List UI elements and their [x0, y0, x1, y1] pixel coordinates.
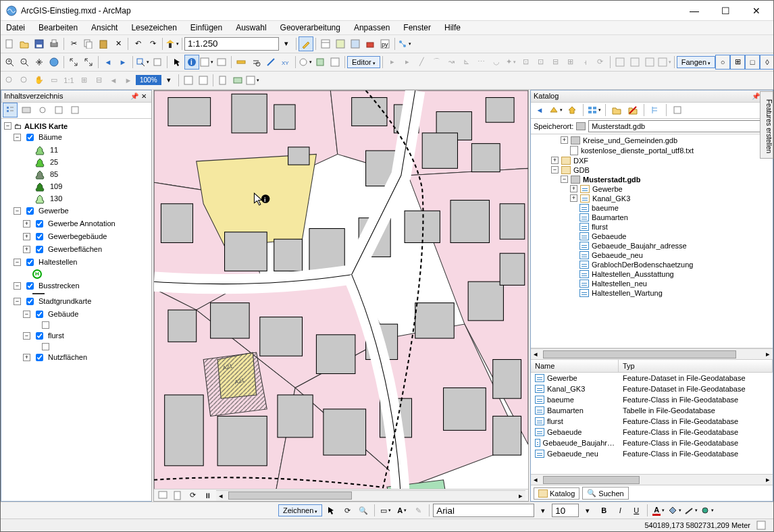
sublayer-label[interactable]: flurst: [48, 331, 64, 340]
sublayer-checkbox[interactable]: [36, 311, 43, 318]
toggle-draft-icon[interactable]: [181, 73, 196, 88]
menu-einfuegen[interactable]: Einfügen: [188, 22, 224, 34]
cut-polygons-icon[interactable]: ⊞: [563, 55, 578, 70]
layout-back-icon[interactable]: ◄: [106, 73, 121, 88]
sublayer-checkbox[interactable]: [36, 233, 43, 240]
right-angle-icon[interactable]: ⊾: [459, 55, 474, 70]
busstrecken-checkbox[interactable]: [26, 282, 34, 290]
baeume-checkbox[interactable]: [26, 134, 34, 141]
add-data-icon[interactable]: [165, 36, 180, 51]
expand-icon[interactable]: +: [570, 185, 577, 192]
list-by-selection-icon[interactable]: [51, 103, 66, 117]
tree-gdb-folder[interactable]: GDB: [573, 166, 590, 174]
snap-point-icon[interactable]: ○: [715, 55, 730, 70]
viewer-window-icon[interactable]: [328, 55, 342, 70]
cut-icon[interactable]: ✂: [66, 36, 81, 51]
expand-dxf-icon[interactable]: +: [551, 157, 559, 164]
menu-auswahl[interactable]: Auswahl: [234, 22, 268, 34]
layout-pan-icon[interactable]: ✋: [32, 73, 47, 88]
fill-color-icon[interactable]: [667, 503, 682, 518]
data-view-icon[interactable]: [157, 491, 169, 500]
font-color-icon[interactable]: A: [651, 503, 666, 518]
tree-dxf[interactable]: DXF: [573, 157, 588, 165]
collapse-baeume-icon[interactable]: −: [14, 134, 21, 141]
change-layout-icon[interactable]: [215, 73, 230, 88]
tree-item[interactable]: Haltestellen_Wartung: [592, 289, 663, 297]
distance-direction-icon[interactable]: ✦: [504, 55, 519, 70]
rotate-icon[interactable]: ⟳: [593, 55, 608, 70]
arc-segment-icon[interactable]: ⌒: [430, 55, 444, 70]
data-driven-pages-icon[interactable]: [230, 73, 245, 88]
scroll-left-icon[interactable]: ◂: [216, 491, 226, 500]
gewerbe-checkbox[interactable]: [26, 207, 34, 215]
hyperlink-icon[interactable]: [199, 55, 214, 70]
table-row[interactable]: GewerbeFeature-Dataset in File-Geodataba…: [531, 373, 773, 383]
line-color-icon[interactable]: [683, 503, 698, 518]
tree-musterstadt[interactable]: Musterstadt.gdb: [583, 176, 641, 184]
toc-tree[interactable]: −🗀ALKIS Karte −Bäume 112585109130 −Gewer…: [1, 119, 151, 501]
map-hscroll-thumb[interactable]: [228, 491, 352, 500]
toc-pin-icon[interactable]: 📌: [130, 91, 139, 101]
expand-icon[interactable]: +: [23, 233, 30, 240]
text-tool-icon[interactable]: A: [394, 503, 409, 518]
pause-drawing-icon[interactable]: ⏸: [201, 491, 213, 500]
fixed-zoom-in-icon[interactable]: [66, 55, 81, 70]
editor-toolbar-icon[interactable]: [299, 36, 313, 51]
font-combobox[interactable]: [433, 504, 534, 517]
expand-icon[interactable]: +: [23, 246, 30, 253]
table-row[interactable]: BaumartenTabelle in File-Geodatabase: [531, 405, 773, 416]
menu-fenster[interactable]: Fenster: [401, 22, 433, 34]
sublayer-checkbox[interactable]: [36, 354, 43, 361]
menu-geoverarbeitung[interactable]: Geoverarbeitung: [278, 22, 342, 34]
straight-segment-icon[interactable]: ╱: [415, 55, 430, 70]
paste-icon[interactable]: [96, 36, 111, 51]
python-window-icon[interactable]: py: [378, 36, 392, 51]
edit-annotation-icon[interactable]: ▸: [400, 55, 415, 70]
editing-windows-icon[interactable]: [657, 55, 672, 70]
focus-data-frame-icon[interactable]: [196, 73, 211, 88]
collapse-root-icon[interactable]: −: [4, 122, 11, 130]
measure-icon[interactable]: [234, 55, 249, 70]
html-popup-icon[interactable]: [214, 55, 229, 70]
list-by-source-icon[interactable]: [19, 103, 34, 117]
katalog-tree-hscroll[interactable]: ◂▸: [531, 348, 773, 359]
tree-kreise[interactable]: Kreise_und_Gemeinden.gdb: [583, 136, 677, 144]
find-route-icon[interactable]: [263, 55, 278, 70]
tree-item[interactable]: Gebaeude_Baujahr_adresse: [592, 242, 687, 250]
collapse-icon[interactable]: −: [23, 332, 30, 340]
zoom-element-icon[interactable]: 🔍: [356, 503, 371, 518]
snap-edge-icon[interactable]: ◊: [760, 55, 774, 70]
print-icon[interactable]: [47, 36, 61, 51]
katalog-options-icon[interactable]: [670, 103, 685, 117]
tree-item[interactable]: Haltestellen_neu: [592, 280, 647, 288]
collapse-haltestellen-icon[interactable]: −: [14, 259, 21, 266]
collapse-gewerbe-icon[interactable]: −: [14, 207, 21, 215]
point-icon[interactable]: ⊡: [519, 55, 534, 70]
table-row[interactable]: Kanal_GK3Feature-Dataset in File-Geodata…: [531, 383, 773, 394]
tree-item[interactable]: Gewerbe: [592, 185, 623, 193]
collapse-busstrecken-icon[interactable]: −: [14, 282, 21, 290]
haltestellen-checkbox[interactable]: [26, 259, 34, 266]
page-text-icon[interactable]: [245, 73, 260, 88]
new-icon[interactable]: [2, 36, 17, 51]
undo-icon[interactable]: ↶: [130, 36, 145, 51]
forward-icon[interactable]: ►: [115, 55, 130, 70]
zeichnen-dropdown[interactable]: Zeichnen: [278, 504, 322, 516]
reshape-icon[interactable]: ⊟: [548, 55, 563, 70]
snap-end-icon[interactable]: ⊞: [730, 55, 745, 70]
midpoint-icon[interactable]: ⋯: [474, 55, 489, 70]
katalog-pin-icon[interactable]: 📌: [751, 91, 760, 101]
delete-icon[interactable]: ✕: [111, 36, 126, 51]
identify-icon[interactable]: i: [184, 55, 199, 70]
sublayer-checkbox[interactable]: [36, 220, 43, 228]
table-row[interactable]: GebaeudeFeature-Class in File-Geodatabas…: [531, 427, 773, 437]
refresh-icon[interactable]: ⟳: [186, 491, 199, 500]
tab-katalog[interactable]: Katalog: [534, 487, 579, 500]
catalog-window-icon[interactable]: [333, 36, 348, 51]
katalog-home-icon[interactable]: [565, 103, 579, 117]
layer-gewerbe[interactable]: Gewerbe: [38, 207, 69, 215]
create-features-icon[interactable]: [642, 55, 657, 70]
expand-icon[interactable]: +: [23, 354, 30, 361]
tree-item[interactable]: flurst: [592, 223, 608, 231]
end-point-arc-icon[interactable]: ◡: [489, 55, 504, 70]
